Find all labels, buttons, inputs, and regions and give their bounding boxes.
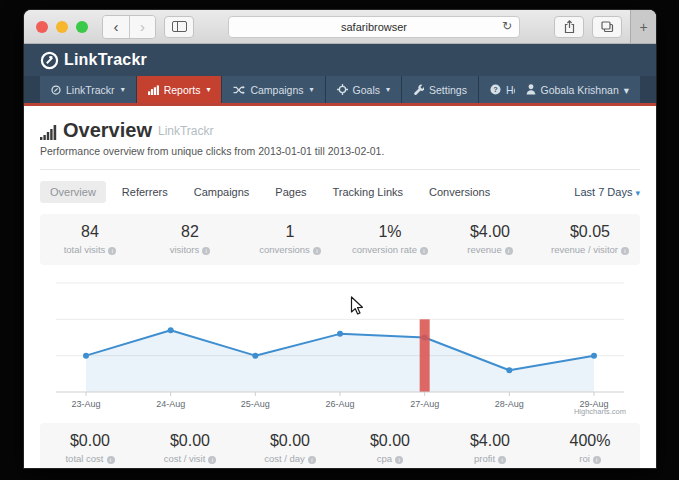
plus-icon: + xyxy=(639,19,647,35)
stat-cost-per-day: $0.00 cost / dayi xyxy=(240,432,340,464)
caret-down-icon: ▾ xyxy=(386,85,390,94)
app-header: LinkTrackr xyxy=(24,44,656,76)
nav-label: Campaigns xyxy=(250,84,303,96)
linktrackr-logo-icon xyxy=(40,51,59,70)
info-icon[interactable]: i xyxy=(593,456,601,464)
browser-toolbar: ‹ › safaribrowser ↻ + xyxy=(24,10,656,44)
info-icon[interactable]: i xyxy=(395,456,403,464)
nav-item-campaigns[interactable]: Campaigns ▾ xyxy=(222,76,325,103)
stat-value: 84 xyxy=(40,223,140,241)
minimize-window-button[interactable] xyxy=(56,21,68,33)
info-icon[interactable]: i xyxy=(308,456,316,464)
visits-chart[interactable]: 23-Aug24-Aug25-Aug26-Aug27-Aug28-Aug29-A… xyxy=(40,270,640,416)
stat-label: revenue / visitori xyxy=(540,244,640,255)
info-icon[interactable]: i xyxy=(202,247,210,255)
close-window-button[interactable] xyxy=(36,21,48,33)
stat-cpa: $0.00 cpai xyxy=(340,432,440,464)
bar-chart-icon xyxy=(148,85,159,95)
stat-revenue-per-visitor: $0.05 revenue / visitori xyxy=(540,223,640,255)
tabs-overview-icon xyxy=(601,21,614,33)
stat-label: total visitsi xyxy=(40,244,140,255)
info-icon[interactable]: i xyxy=(420,247,428,255)
info-icon[interactable]: i xyxy=(621,247,629,255)
svg-text:28-Aug: 28-Aug xyxy=(495,399,524,409)
stat-visitors: 82 visitorsi xyxy=(140,223,240,255)
tab-campaigns[interactable]: Campaigns xyxy=(184,181,260,203)
nav-item-linktrackr[interactable]: LinkTrackr ▾ xyxy=(40,76,137,103)
stat-total-cost: $0.00 total costi xyxy=(40,432,140,464)
tab-referrers[interactable]: Referrers xyxy=(112,181,178,203)
share-button[interactable] xyxy=(554,16,584,38)
safari-window: ‹ › safaribrowser ↻ + xyxy=(24,10,656,468)
user-name: Gobala Krishnan xyxy=(541,84,619,96)
svg-text:25-Aug: 25-Aug xyxy=(241,399,270,409)
svg-text:Highcharts.com: Highcharts.com xyxy=(574,407,626,416)
stat-value: 82 xyxy=(140,223,240,241)
caret-down-icon: ▾ xyxy=(635,188,640,198)
info-icon[interactable]: i xyxy=(107,456,115,464)
page-title-suffix: LinkTrackr xyxy=(158,124,214,140)
tab-conversions[interactable]: Conversions xyxy=(419,181,500,203)
stat-label: conversionsi xyxy=(240,244,340,255)
nav-label: LinkTrackr xyxy=(66,84,115,96)
svg-text:26-Aug: 26-Aug xyxy=(325,399,354,409)
reload-icon: ↻ xyxy=(502,19,512,33)
stat-label: cost / dayi xyxy=(240,453,340,464)
svg-text:27-Aug: 27-Aug xyxy=(410,399,439,409)
svg-text:24-Aug: 24-Aug xyxy=(156,399,185,409)
info-icon[interactable]: i xyxy=(498,456,506,464)
tab-tracking-links[interactable]: Tracking Links xyxy=(323,181,414,203)
stat-total-visits: 84 total visitsi xyxy=(40,223,140,255)
sidebar-button[interactable] xyxy=(164,16,194,38)
svg-text:?: ? xyxy=(493,85,498,94)
nav-label: Settings xyxy=(429,84,467,96)
overview-page: Overview LinkTrackr Performance overview… xyxy=(24,106,656,468)
forward-icon: › xyxy=(140,19,145,34)
forward-button[interactable]: › xyxy=(129,16,155,38)
info-icon[interactable]: i xyxy=(505,247,513,255)
caret-down-icon: ▾ xyxy=(121,85,125,94)
toolbar-right-buttons xyxy=(554,16,622,38)
back-button[interactable]: ‹ xyxy=(103,16,129,38)
reload-button[interactable]: ↻ xyxy=(502,19,512,33)
share-icon xyxy=(563,20,576,34)
shuffle-icon xyxy=(233,85,245,95)
nav-item-goals[interactable]: Goals ▾ xyxy=(326,76,402,103)
info-icon[interactable]: i xyxy=(108,247,116,255)
user-icon xyxy=(526,84,536,95)
help-icon: ? xyxy=(490,84,501,95)
nav-item-settings[interactable]: Settings xyxy=(402,76,479,103)
chart-svg-host: 23-Aug24-Aug25-Aug26-Aug27-Aug28-Aug29-A… xyxy=(40,270,640,420)
logo-text[interactable]: LinkTrackr xyxy=(64,51,147,69)
user-menu[interactable]: Gobala Krishnan ▾ xyxy=(515,76,641,103)
sidebar-icon xyxy=(172,21,187,32)
svg-text:23-Aug: 23-Aug xyxy=(71,399,100,409)
chart-bars-icon xyxy=(40,124,57,140)
stat-value: $0.00 xyxy=(40,432,140,450)
stat-value: $0.00 xyxy=(240,432,340,450)
stats-panel-bottom: $0.00 total costi $0.00 cost / visiti $0… xyxy=(40,423,640,468)
address-bar[interactable]: safaribrowser ↻ xyxy=(228,16,520,38)
show-tabs-button[interactable] xyxy=(592,16,622,38)
info-icon[interactable]: i xyxy=(313,247,321,255)
stats-panel-top: 84 total visitsi 82 visitorsi 1 conversi… xyxy=(40,214,640,265)
zoom-window-button[interactable] xyxy=(76,21,88,33)
caret-down-icon: ▾ xyxy=(624,84,629,96)
page-subtitle: Performance overview from unique clicks … xyxy=(40,145,640,157)
stat-value: $0.00 xyxy=(340,432,440,450)
wrench-icon xyxy=(413,84,424,95)
separator xyxy=(40,169,640,170)
period-selector[interactable]: Last 7 Days ▾ xyxy=(574,186,640,198)
stat-label: cpai xyxy=(340,453,440,464)
new-tab-button[interactable]: + xyxy=(630,10,656,43)
stat-conversion-rate: 1% conversion ratei xyxy=(340,223,440,255)
caret-down-icon: ▾ xyxy=(310,85,314,94)
nav-item-reports[interactable]: Reports ▾ xyxy=(137,76,223,103)
nav-label: Reports xyxy=(164,84,201,96)
info-icon[interactable]: i xyxy=(208,456,216,464)
address-text: safaribrowser xyxy=(341,21,407,33)
tab-overview[interactable]: Overview xyxy=(40,181,106,203)
history-nav-buttons: ‹ › xyxy=(102,15,156,39)
stat-label: roii xyxy=(540,453,640,464)
tab-pages[interactable]: Pages xyxy=(265,181,316,203)
